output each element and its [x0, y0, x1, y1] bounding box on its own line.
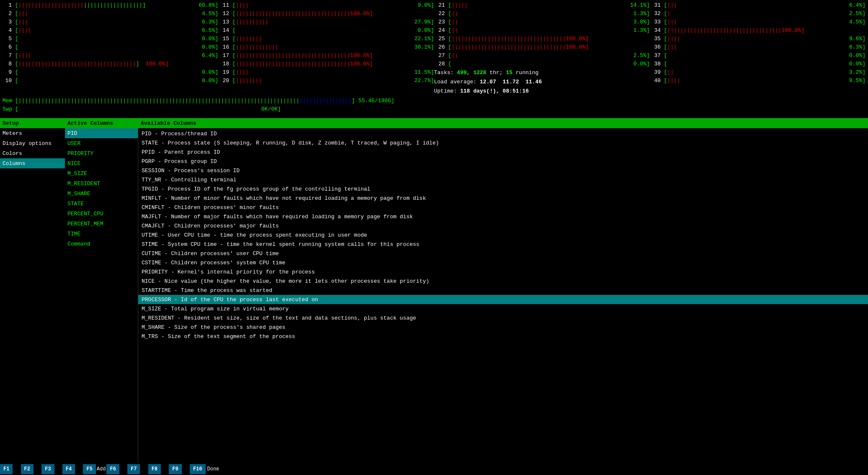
avail-mresident[interactable]: M_RESIDENT - Resident set size, size of …: [138, 313, 868, 323]
cpu-row-5: 5 [ 0.0%]: [3, 34, 218, 43]
f8-key[interactable]: F8: [148, 464, 161, 474]
f2-key[interactable]: F2: [21, 464, 34, 474]
cpu-row-32: 32 [ | 2.5%]: [650, 9, 865, 18]
cpu-row-31: 31 [ ||| 6.4%]: [650, 1, 865, 9]
active-col-msize[interactable]: M_SIZE: [65, 168, 138, 178]
tasks-row: Tasks: 499 , 1228 thr; 15 running: [434, 68, 650, 77]
avail-minflt[interactable]: MINFLT - Number of minor faults which ha…: [138, 194, 868, 203]
avail-ppid[interactable]: PPID - Parent process ID: [138, 147, 868, 157]
avail-ttynr[interactable]: TTY_NR - Controlling terminal: [138, 175, 868, 184]
cpu-row-26: 26 [ |||||||||||||||||||||||||||||||||||…: [434, 43, 650, 51]
f10-key[interactable]: F10: [190, 464, 206, 474]
cpu-row-19: 19 [ |||| 11.5%]: [218, 68, 434, 76]
cpu-row-17: 17 [ |||||||||||||||||||||||||||||||||||…: [218, 51, 434, 59]
cpu-row-12: 12 [ |||||||||||||||||||||||||||||||||||…: [218, 9, 434, 18]
f8-label: [161, 466, 169, 472]
cpu-row-22: 22 [ || 1.3%]: [434, 9, 650, 18]
avail-cminflt[interactable]: CMINFLT - Children processes' minor faul…: [138, 203, 868, 212]
active-col-command[interactable]: Command: [65, 239, 138, 249]
avail-pgrp[interactable]: PGRP - Process group ID: [138, 157, 868, 166]
cpu-row-37: 37 [ 0.0%]: [650, 51, 865, 59]
avail-nice[interactable]: NICE - Nice value (the higher the value,…: [138, 276, 868, 286]
avail-mtrs[interactable]: M_TRS - Size of the text segment of the …: [138, 332, 868, 341]
f7-label: [140, 466, 148, 472]
active-columns-header: Active Columns: [65, 118, 138, 128]
f9-key[interactable]: F9: [169, 464, 181, 474]
active-col-pctmem[interactable]: PERCENT_MEM: [65, 219, 138, 229]
cpu-section: 1 [ |||||||||||||||||||| |||||||||||||||…: [0, 0, 868, 117]
cpu-row-36: 36 [ ||| 6.3%]: [650, 43, 865, 51]
cpu-row-7: 7 [ |||| 6.4%]: [3, 51, 218, 59]
f1-key[interactable]: F1: [0, 464, 13, 474]
available-columns-header: Available Columns: [138, 118, 868, 128]
f6-key[interactable]: F6: [106, 464, 119, 474]
avail-utime[interactable]: UTIME - User CPU time - time the process…: [138, 230, 868, 240]
load-row: Load average: 12.07 11.72 11.46: [434, 77, 650, 86]
cpu-row-3: 3 [ ||| 6.3%]: [3, 18, 218, 26]
active-col-priority[interactable]: PRIORITY: [65, 148, 138, 158]
avail-majflt[interactable]: MAJFLT - Number of major faults which ha…: [138, 212, 868, 221]
cpu-row-11: 11 [ |||| 9.0%]: [218, 1, 434, 9]
cpu-row-2: 2 [ ||| 4.5%]: [3, 9, 218, 18]
cpu-col-2: 11 [ |||| 9.0%] 12 [ |||||||||||||||||||…: [218, 1, 434, 96]
cpu-row-24: 24 [ || 1.3%]: [434, 26, 650, 34]
avail-cutime[interactable]: CUTIME - Children processes' user CPU ti…: [138, 249, 868, 258]
cpu-row-10: 10 [ 0.0%]: [3, 76, 218, 85]
uptime-row: Uptime: 118 days(!), 08:51:16: [434, 86, 650, 96]
setup-menu: Meters Display options Colors Columns: [0, 128, 65, 462]
active-col-state[interactable]: STATE: [65, 199, 138, 209]
cpu-col-4: 31 [ ||| 6.4%] 32 [ | 2.5%]: [650, 1, 865, 96]
cpu-row-6: 6 [ 0.0%]: [3, 43, 218, 51]
f6-label: [119, 466, 127, 472]
menu-item-columns[interactable]: Columns: [0, 158, 65, 168]
swap-row: Swp [ 0K/0K]: [3, 105, 865, 113]
avail-msize[interactable]: M_SIZE - Total program size in virtual m…: [138, 304, 868, 313]
cpu-row-38: 38 [ 0.0%]: [650, 59, 865, 68]
cpu-row-34: 34 [ |||||||||||||||||||||||||||||||||||…: [650, 26, 865, 34]
cpu-row-15: 15 [ |||||||| 22.1%]: [218, 34, 434, 43]
active-col-mresident[interactable]: M_RESIDENT: [65, 178, 138, 188]
avail-priority[interactable]: PRIORITY - Kernel's internal priority fo…: [138, 267, 868, 276]
avail-cmajflt[interactable]: CMAJFLT - Children processes' major faul…: [138, 221, 868, 230]
avail-session[interactable]: SESSION - Process's session ID: [138, 166, 868, 175]
cpu-row-4: 4 [ |||| 6.5%]: [3, 26, 218, 34]
avail-tpgid[interactable]: TPGID - Process ID of the fg process gro…: [138, 184, 868, 194]
cpu-row-28: 28 [ 0.0%]: [434, 59, 650, 68]
f4-label: [75, 466, 83, 472]
cpu-row-35: 35 [ |||| 9.6%]: [650, 34, 865, 43]
avail-state[interactable]: STATE - Process state (S sleeping, R run…: [138, 138, 868, 147]
cpu-row-20: 20 [ |||||||| 22.7%]: [218, 76, 434, 85]
menu-item-display[interactable]: Display options: [0, 138, 65, 148]
cpu-row-27: 27 [ || 2.5%]: [434, 51, 650, 59]
f3-key[interactable]: F3: [41, 464, 54, 474]
cpu-row-14: 14 [ 0.0%]: [218, 26, 434, 34]
active-col-time[interactable]: TIME: [65, 229, 138, 239]
active-col-pid[interactable]: PID: [65, 128, 138, 138]
cpu-row-21: 21 [ ||||| 14.1%]: [434, 1, 650, 9]
menu-item-meters[interactable]: Meters: [0, 128, 65, 138]
avail-processor[interactable]: PROCESSOR - Id of the CPU the process la…: [138, 295, 868, 304]
setup-header: Setup: [0, 118, 65, 128]
cpu-col-1: 1 [ |||||||||||||||||||| |||||||||||||||…: [3, 1, 218, 96]
active-col-pctcpu[interactable]: PERCENT_CPU: [65, 209, 138, 219]
cpu-row-13: 13 [ |||||||||| 27.9%]: [218, 18, 434, 26]
cpu-row-23: 23 [ || 3.8%]: [434, 18, 650, 26]
avail-pid[interactable]: PID - Process/thread ID: [138, 129, 868, 138]
f7-key[interactable]: F7: [127, 464, 140, 474]
f5-key[interactable]: F5: [83, 464, 96, 474]
active-col-mshare[interactable]: M_SHARE: [65, 188, 138, 199]
avail-starttime[interactable]: STARTTIME - Time the process was started: [138, 286, 868, 295]
avail-cstime[interactable]: CSTIME - Children processes' system CPU …: [138, 258, 868, 267]
f4-key[interactable]: F4: [62, 464, 75, 474]
cpu-col-3: 21 [ ||||| 14.1%] 22 [ || 1.3%]: [434, 1, 650, 96]
menu-item-colors[interactable]: Colors: [0, 148, 65, 158]
f3-label: [54, 466, 62, 472]
active-col-user[interactable]: USER: [65, 138, 138, 148]
bottom-bar: F1 F2 F3 F4 F5 Add F6 F7 F8 F9 F10 Done: [0, 463, 868, 475]
cpu-row-1: 1 [ |||||||||||||||||||| |||||||||||||||…: [3, 1, 218, 9]
active-col-nice[interactable]: NICE: [65, 158, 138, 168]
avail-stime[interactable]: STIME - System CPU time - time the kerne…: [138, 240, 868, 249]
cpu-row-25: 25 [ |||||||||||||||||||||||||||||||||||…: [434, 34, 650, 43]
f5-label: Add: [96, 466, 107, 472]
avail-mshare[interactable]: M_SHARE - Size of the process's shared p…: [138, 323, 868, 332]
